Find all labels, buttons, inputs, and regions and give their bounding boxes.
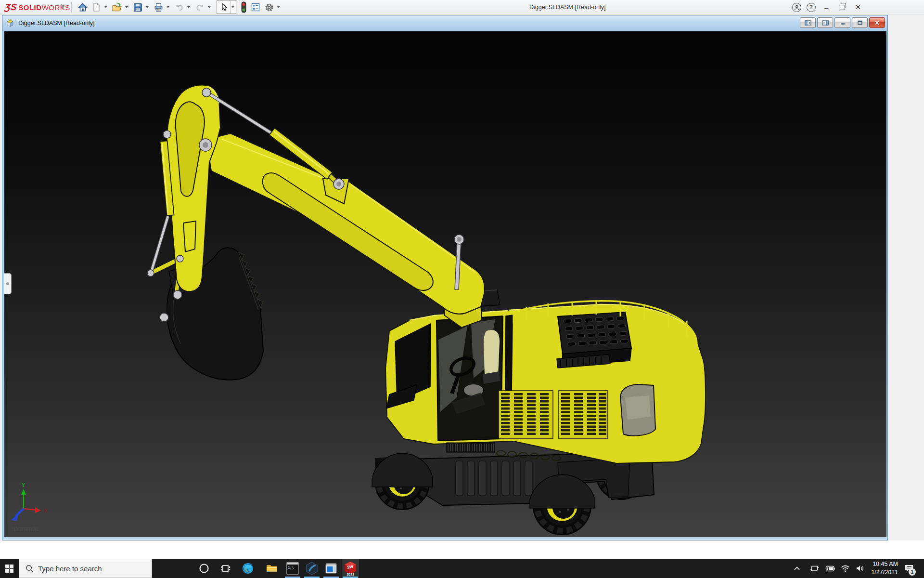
document-window-controls: ✕	[800, 17, 885, 28]
stick-and-bucket	[147, 85, 344, 380]
start-button[interactable]	[0, 559, 19, 578]
taskbar: C:\_ SW 2021	[0, 559, 924, 578]
side-vent-panels	[499, 391, 608, 439]
traffic-light-icon	[240, 1, 248, 13]
tray-battery-button[interactable]	[822, 559, 837, 578]
app-minimize-button[interactable]: –	[821, 3, 832, 12]
search-input[interactable]	[38, 565, 139, 573]
notification-center-button[interactable]	[901, 559, 917, 578]
undo-icon	[174, 2, 184, 13]
settings-dropdown[interactable]	[276, 1, 281, 13]
select-cursor-icon	[219, 2, 229, 12]
excavator-model[interactable]: Y X	[4, 31, 886, 537]
solidworks-app-button[interactable]: SW 2021	[342, 559, 359, 578]
taskbar-clock[interactable]: 10:45 AM 1/27/2021	[866, 560, 898, 577]
home-button[interactable]	[77, 1, 89, 13]
print-button[interactable]	[152, 1, 165, 13]
undo-button[interactable]	[173, 1, 185, 13]
tray-cast-button[interactable]	[808, 559, 821, 578]
tray-chevron-button[interactable]	[790, 559, 804, 578]
new-document-button[interactable]	[90, 1, 103, 13]
save-dropdown[interactable]	[144, 1, 150, 13]
minimize-icon	[840, 20, 846, 25]
save-icon	[133, 2, 143, 13]
open-button[interactable]	[111, 1, 123, 13]
app-restore-button[interactable]	[837, 5, 847, 10]
blue-window-app-button[interactable]	[322, 559, 340, 578]
notification-badge: 1	[909, 568, 916, 576]
undo-dropdown[interactable]	[186, 1, 191, 13]
properties-list-icon	[251, 2, 260, 12]
document-close-button[interactable]: ✕	[869, 17, 885, 28]
toolbar-separator	[71, 2, 72, 13]
edge-button[interactable]	[239, 559, 257, 578]
orientation-triad: Y X	[11, 482, 48, 521]
operator-seat	[484, 330, 500, 379]
excavator-body	[385, 290, 706, 463]
new-document-icon	[91, 2, 101, 12]
task-view-button[interactable]	[218, 559, 235, 578]
edge-icon	[242, 562, 254, 575]
tray-wifi-button[interactable]	[838, 559, 852, 578]
featuremanager-flyout-tab[interactable]	[4, 273, 12, 294]
print-icon	[154, 2, 164, 13]
close-icon: ✕	[874, 19, 880, 26]
performance-button[interactable]	[239, 1, 248, 13]
cortana-icon	[199, 563, 209, 574]
chevron-up-icon	[794, 566, 800, 571]
select-tool-dropdown[interactable]	[230, 1, 235, 13]
taskbar-search[interactable]	[19, 559, 152, 578]
cortana-button[interactable]	[195, 559, 213, 578]
view-orientation-label: *Dimetric	[11, 525, 38, 532]
solidworks-icon: SW 2021	[344, 561, 357, 576]
options-list-button[interactable]	[249, 1, 262, 13]
save-button[interactable]	[131, 1, 144, 13]
app-window-title: Digger.SLDASM [Read-only]	[529, 4, 605, 11]
redo-button[interactable]	[193, 1, 206, 13]
open-icon	[112, 2, 122, 13]
account-button[interactable]	[792, 3, 801, 12]
open-dropdown[interactable]	[124, 1, 129, 13]
home-icon	[77, 2, 88, 13]
pane-right-icon	[822, 20, 829, 26]
triad-x-label: X	[44, 508, 48, 513]
restore-icon	[840, 5, 845, 10]
pane-right-button[interactable]	[817, 17, 833, 28]
toolbar-flyout-arrow-icon[interactable]	[62, 4, 64, 9]
graphics-viewport[interactable]: Y X *Dimetric	[4, 31, 886, 537]
help-icon: ?	[809, 4, 813, 11]
document-titlebar[interactable]: Digger.SLDASM [Read-only]	[2, 15, 887, 31]
hexagon-app-button[interactable]	[303, 559, 321, 578]
redo-dropdown[interactable]	[206, 1, 212, 13]
document-title: Digger.SLDASM [Read-only]	[18, 20, 94, 26]
hexagon-app-icon	[306, 562, 318, 575]
flyout-dot-icon	[6, 282, 9, 285]
clock-date: 1/27/2021	[866, 568, 898, 577]
select-tool-group	[217, 0, 236, 14]
search-icon	[26, 565, 34, 573]
quick-access-toolbar	[76, 0, 283, 14]
document-minimize-button[interactable]	[834, 17, 850, 28]
file-explorer-button[interactable]	[263, 559, 281, 578]
help-button[interactable]: ?	[807, 3, 816, 12]
redo-icon	[195, 2, 205, 13]
document-maximize-button[interactable]	[852, 17, 868, 28]
print-dropdown[interactable]	[165, 1, 170, 13]
settings-button[interactable]	[263, 1, 275, 13]
new-document-dropdown[interactable]	[103, 1, 108, 13]
terminal-button[interactable]: C:\_	[284, 559, 301, 578]
titlebar-right-controls: ? – ✕	[792, 0, 863, 14]
terminal-icon: C:\_	[286, 562, 299, 575]
pane-left-button[interactable]	[800, 17, 816, 28]
file-explorer-icon	[266, 562, 278, 575]
tray-volume-button[interactable]	[853, 559, 867, 578]
user-icon	[794, 4, 800, 11]
wifi-icon	[841, 565, 850, 572]
select-tool-button[interactable]	[218, 1, 230, 13]
blue-window-app-icon	[325, 562, 337, 575]
solidworks-logo: ƷS SOLID WORKS	[5, 2, 70, 12]
status-bar	[0, 540, 924, 559]
pane-left-icon	[805, 20, 811, 26]
app-close-button[interactable]: ✕	[853, 3, 863, 12]
maximize-icon	[857, 20, 863, 25]
